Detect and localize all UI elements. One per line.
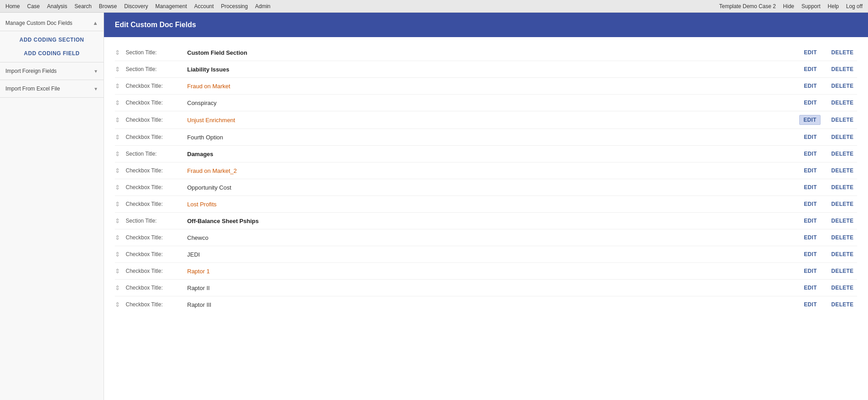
add-coding-field-button[interactable]: ADD CODING FIELD: [0, 47, 104, 60]
delete-button[interactable]: DELETE: [828, 233, 857, 242]
nav-item-search[interactable]: Search: [74, 1, 93, 11]
edit-button[interactable]: EDIT: [799, 115, 821, 125]
drag-handle-icon[interactable]: ⇕: [115, 49, 122, 56]
field-row: ⇕Section Title:Liability IssuesEDITDELET…: [115, 61, 857, 78]
delete-button[interactable]: DELETE: [828, 216, 857, 225]
drag-handle-icon[interactable]: ⇕: [115, 150, 122, 157]
delete-button[interactable]: DELETE: [828, 300, 857, 309]
field-type-label: Checkbox Title:: [126, 167, 180, 174]
drag-handle-icon[interactable]: ⇕: [115, 301, 122, 308]
field-value: Conspiracy: [180, 100, 800, 106]
main-content: Edit Custom Doc Fields ⇕Section Title:Cu…: [104, 13, 868, 400]
delete-button[interactable]: DELETE: [828, 98, 857, 107]
delete-button[interactable]: DELETE: [828, 81, 857, 90]
delete-button[interactable]: DELETE: [828, 283, 857, 292]
drag-handle-icon[interactable]: ⇕: [115, 284, 122, 291]
delete-button[interactable]: DELETE: [828, 183, 857, 192]
delete-button[interactable]: DELETE: [828, 149, 857, 158]
field-type-label: Section Title:: [126, 49, 180, 56]
nav-item-discovery[interactable]: Discovery: [123, 1, 149, 11]
nav-item-processing[interactable]: Processing: [220, 1, 249, 11]
sidebar-dropdowns: Import Foreign Fields▼Import From Excel …: [0, 64, 104, 98]
delete-button[interactable]: DELETE: [828, 166, 857, 175]
field-actions: EDITDELETE: [800, 300, 857, 309]
top-nav-left: HomeCaseAnalysisSearchBrowseDiscoveryMan…: [5, 1, 271, 11]
nav-right-item-log-off[interactable]: Log off: [845, 1, 863, 11]
delete-button[interactable]: DELETE: [828, 267, 857, 276]
edit-button[interactable]: EDIT: [800, 233, 821, 242]
edit-button[interactable]: EDIT: [800, 216, 821, 225]
field-value: JEDI: [180, 251, 800, 258]
edit-button[interactable]: EDIT: [800, 267, 821, 276]
delete-button[interactable]: DELETE: [828, 115, 857, 125]
delete-button[interactable]: DELETE: [828, 133, 857, 142]
field-type-label: Checkbox Title:: [126, 83, 180, 89]
field-actions: EDITDELETE: [800, 48, 857, 57]
nav-item-account[interactable]: Account: [193, 1, 215, 11]
sidebar-actions: ADD CODING SECTIONADD CODING FIELD: [0, 33, 104, 60]
chevron-down-icon: ▼: [94, 69, 98, 74]
edit-button[interactable]: EDIT: [800, 149, 821, 158]
drag-handle-icon[interactable]: ⇕: [115, 116, 122, 124]
nav-right-item-template-demo-case-2[interactable]: Template Demo Case 2: [718, 1, 777, 11]
nav-item-analysis[interactable]: Analysis: [46, 1, 68, 11]
sidebar-title: Manage Custom Doc Fields: [5, 20, 72, 26]
edit-button[interactable]: EDIT: [800, 200, 821, 209]
nav-item-home[interactable]: Home: [5, 1, 21, 11]
drag-handle-icon[interactable]: ⇕: [115, 184, 122, 191]
sidebar-dropdown-import-foreign-fields[interactable]: Import Foreign Fields▼: [0, 64, 104, 78]
dropdown-divider: [0, 97, 104, 98]
delete-button[interactable]: DELETE: [828, 200, 857, 209]
nav-right-item-hide[interactable]: Hide: [782, 1, 795, 11]
field-row: ⇕Checkbox Title:JEDIEDITDELETE: [115, 246, 857, 263]
field-actions: EDITDELETE: [800, 267, 857, 276]
field-value: Damages: [180, 151, 800, 157]
drag-handle-icon[interactable]: ⇕: [115, 99, 122, 106]
nav-item-browse[interactable]: Browse: [98, 1, 118, 11]
delete-button[interactable]: DELETE: [828, 48, 857, 57]
field-actions: EDITDELETE: [800, 200, 857, 209]
edit-button[interactable]: EDIT: [800, 81, 821, 90]
drag-handle-icon[interactable]: ⇕: [115, 82, 122, 90]
edit-button[interactable]: EDIT: [800, 300, 821, 309]
field-value: Raptor 1: [180, 268, 800, 275]
nav-right-item-support[interactable]: Support: [801, 1, 821, 11]
edit-button[interactable]: EDIT: [800, 183, 821, 192]
drag-handle-icon[interactable]: ⇕: [115, 167, 122, 174]
edit-button[interactable]: EDIT: [800, 283, 821, 292]
field-row: ⇕Checkbox Title:Raptor IIIEDITDELETE: [115, 296, 857, 313]
nav-item-management[interactable]: Management: [154, 1, 188, 11]
main-layout: Manage Custom Doc Fields ▲ ADD CODING SE…: [0, 13, 868, 400]
sidebar: Manage Custom Doc Fields ▲ ADD CODING SE…: [0, 13, 104, 400]
add-coding-section-button[interactable]: ADD CODING SECTION: [0, 33, 104, 47]
drag-handle-icon[interactable]: ⇕: [115, 267, 122, 275]
drag-handle-icon[interactable]: ⇕: [115, 234, 122, 241]
drag-handle-icon[interactable]: ⇕: [115, 251, 122, 258]
edit-button[interactable]: EDIT: [800, 166, 821, 175]
nav-item-admin[interactable]: Admin: [254, 1, 271, 11]
drag-handle-icon[interactable]: ⇕: [115, 217, 122, 224]
drag-handle-icon[interactable]: ⇕: [115, 66, 122, 73]
delete-button[interactable]: DELETE: [828, 65, 857, 74]
edit-button[interactable]: EDIT: [800, 250, 821, 259]
sidebar-dropdown-import-from-excel-file[interactable]: Import From Excel File▼: [0, 82, 104, 95]
edit-button[interactable]: EDIT: [800, 48, 821, 57]
nav-right-item-help[interactable]: Help: [827, 1, 840, 11]
edit-button[interactable]: EDIT: [800, 133, 821, 142]
delete-button[interactable]: DELETE: [828, 250, 857, 259]
field-value: Unjust Enrichment: [180, 117, 799, 124]
top-navigation: HomeCaseAnalysisSearchBrowseDiscoveryMan…: [0, 0, 868, 13]
drag-handle-icon[interactable]: ⇕: [115, 200, 122, 208]
drag-handle-icon[interactable]: ⇕: [115, 133, 122, 141]
field-row: ⇕Checkbox Title:Fraud on Market_2EDITDEL…: [115, 162, 857, 179]
edit-button[interactable]: EDIT: [800, 98, 821, 107]
field-value: Chewco: [180, 234, 800, 241]
nav-item-case[interactable]: Case: [26, 1, 41, 11]
edit-button[interactable]: EDIT: [800, 65, 821, 74]
sidebar-collapse-icon[interactable]: ▲: [93, 20, 98, 26]
field-type-label: Checkbox Title:: [126, 251, 180, 257]
field-type-label: Checkbox Title:: [126, 117, 180, 123]
sidebar-divider: [0, 31, 104, 31]
field-type-label: Checkbox Title:: [126, 201, 180, 207]
table-area: ⇕Section Title:Custom Field SectionEDITD…: [104, 37, 868, 400]
